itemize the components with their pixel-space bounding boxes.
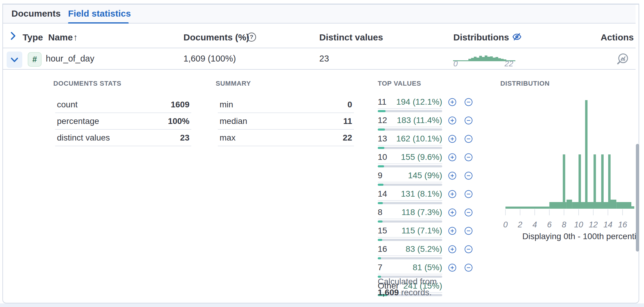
top-value-row: 15115 (7.1%) xyxy=(378,226,442,241)
top-value-progress-track xyxy=(378,184,442,186)
number-type-glyph: # xyxy=(32,55,37,64)
documents-stats-table: count 1609 percentage 100% distinct valu… xyxy=(55,97,191,146)
eye-closed-icon xyxy=(512,32,522,42)
top-value-progress-fill xyxy=(378,184,383,186)
top-value-row: 781 (5%) xyxy=(378,263,442,278)
filter-for-value-button[interactable] xyxy=(448,153,457,162)
mini-axis-min: 0 xyxy=(453,59,458,68)
header-type[interactable]: Type xyxy=(23,32,43,43)
filter-for-value-button[interactable] xyxy=(448,245,457,254)
top-border xyxy=(2,4,639,5)
filter-for-value-button[interactable] xyxy=(448,116,457,125)
stat-value: 1609 xyxy=(171,100,189,109)
help-icon[interactable]: ? xyxy=(247,33,256,42)
footnote-prefix: Calculated from xyxy=(378,277,437,286)
filter-out-value-button[interactable] xyxy=(464,226,473,235)
chevron-down-icon xyxy=(10,55,19,64)
filter-out-value-button[interactable] xyxy=(464,153,473,162)
top-value-text: 11194 (12.1%) xyxy=(378,97,442,109)
chevron-right-icon xyxy=(8,31,18,41)
svg-text:10: 10 xyxy=(574,220,583,229)
explore-in-lens-button[interactable] xyxy=(616,52,629,66)
top-value-progress-fill xyxy=(378,220,383,223)
stat-row-distinct-values: distinct values 23 xyxy=(55,130,191,146)
svg-text:4: 4 xyxy=(533,220,537,229)
top-value-progress-fill xyxy=(378,202,383,204)
filter-out-value-button[interactable] xyxy=(464,98,473,106)
top-value-text: 14131 (8.1%) xyxy=(378,189,442,201)
stat-row-median: median 11 xyxy=(218,113,354,130)
top-value-row: 1683 (5.2%) xyxy=(378,244,442,259)
filter-for-value-button[interactable] xyxy=(448,226,457,235)
field-name: hour_of_day xyxy=(46,54,94,64)
svg-text:0: 0 xyxy=(503,220,508,229)
top-values-list: 11194 (12.1%)12183 (11.4%)13162 (10.1%)1… xyxy=(378,97,442,299)
top-value-row: 12183 (11.4%) xyxy=(378,116,442,131)
filter-out-value-button[interactable] xyxy=(464,116,473,125)
stat-value: 11 xyxy=(343,116,352,126)
hide-distributions-button[interactable] xyxy=(512,32,522,42)
distribution-caption: Displaying 0th - 100th percentile xyxy=(522,232,636,241)
top-value-progress-fill xyxy=(378,110,386,112)
top-value-count: 118 (7.3%) xyxy=(402,207,442,217)
top-value-key: 15 xyxy=(378,226,387,236)
svg-text:6: 6 xyxy=(547,220,552,229)
help-glyph: ? xyxy=(250,34,253,40)
stat-value: 22 xyxy=(343,133,352,143)
header-name[interactable]: Name xyxy=(48,32,73,43)
top-value-key: 10 xyxy=(378,152,387,162)
filter-for-value-button[interactable] xyxy=(448,171,457,180)
top-value-progress-track xyxy=(378,220,442,223)
tab-field-statistics[interactable]: Field statistics xyxy=(68,8,131,19)
collapse-row-button[interactable] xyxy=(7,52,22,68)
top-value-count: 162 (10.1%) xyxy=(396,134,442,144)
filter-for-value-button[interactable] xyxy=(448,263,457,272)
lens-magnifier-chart-icon xyxy=(616,52,629,66)
top-value-key: 9 xyxy=(378,171,383,180)
svg-text:8: 8 xyxy=(562,220,566,229)
filter-for-value-button[interactable] xyxy=(448,135,457,143)
top-value-row: 11194 (12.1%) xyxy=(378,97,442,112)
top-value-text: 15115 (7.1%) xyxy=(378,226,442,238)
stat-label: percentage xyxy=(57,116,99,126)
top-value-progress-fill xyxy=(378,257,381,259)
number-type-badge: # xyxy=(28,52,42,67)
filter-out-value-button[interactable] xyxy=(464,208,473,217)
footnote-suffix: records. xyxy=(399,288,432,297)
top-values-footnote: Calculated from 1,609 records. xyxy=(378,276,450,298)
tab-documents[interactable]: Documents xyxy=(11,8,61,19)
stat-row-max: max 22 xyxy=(218,130,354,146)
filter-out-value-button[interactable] xyxy=(464,245,473,254)
top-value-key: 12 xyxy=(378,116,387,125)
vertical-scrollbar[interactable] xyxy=(636,144,639,252)
documents-stats-title: DOCUMENTS STATS xyxy=(53,80,121,87)
header-actions: Actions xyxy=(601,32,634,43)
filter-out-value-button[interactable] xyxy=(464,190,473,198)
top-value-key: 13 xyxy=(378,134,387,144)
top-value-text: 8118 (7.3%) xyxy=(378,207,442,219)
filter-out-value-button[interactable] xyxy=(464,171,473,180)
panel-content: Documents Field statistics Type Name ↑ D… xyxy=(0,0,636,303)
field-documents-value: 1,609 (100%) xyxy=(183,54,236,64)
top-value-progress-track xyxy=(378,147,442,149)
filter-for-value-button[interactable] xyxy=(448,190,457,198)
filter-for-value-button[interactable] xyxy=(448,98,457,106)
top-values-title: TOP VALUES xyxy=(378,80,421,87)
top-value-row: 13162 (10.1%) xyxy=(378,134,442,149)
sort-ascending-icon[interactable]: ↑ xyxy=(73,32,78,43)
svg-text:2: 2 xyxy=(517,220,522,229)
header-documents[interactable]: Documents (%) xyxy=(183,32,249,43)
filter-for-value-button[interactable] xyxy=(448,208,457,217)
stat-value: 23 xyxy=(180,133,189,143)
top-value-count: 145 (9%) xyxy=(408,171,442,180)
stat-label: median xyxy=(220,116,247,126)
header-distributions[interactable]: Distributions xyxy=(453,32,509,43)
top-value-progress-track xyxy=(378,257,442,259)
filter-out-value-button[interactable] xyxy=(464,263,473,272)
stat-label: count xyxy=(57,100,78,109)
expand-all-button[interactable] xyxy=(8,31,18,41)
filter-out-value-button[interactable] xyxy=(464,135,473,143)
top-value-progress-fill xyxy=(378,128,385,131)
header-distinct-values[interactable]: Distinct values xyxy=(319,32,383,43)
top-value-count: 131 (8.1%) xyxy=(401,189,442,199)
